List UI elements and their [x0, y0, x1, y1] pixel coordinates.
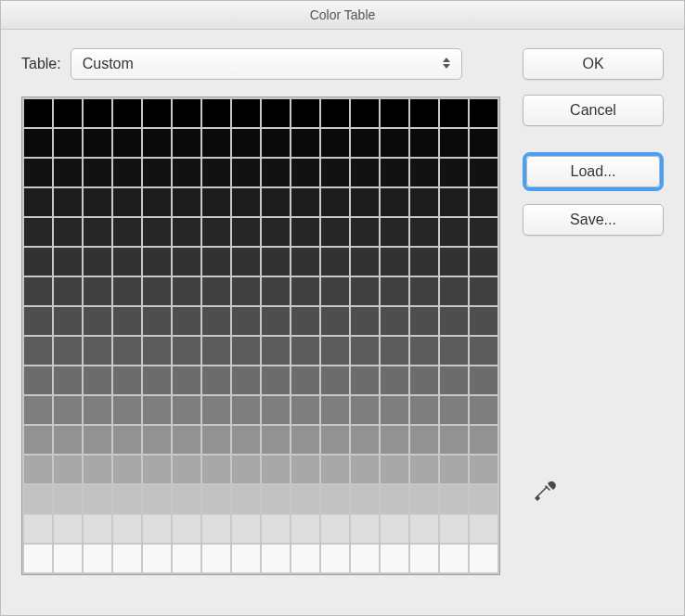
- color-swatch[interactable]: [470, 485, 498, 513]
- color-swatch[interactable]: [321, 485, 349, 513]
- color-swatch[interactable]: [173, 485, 200, 513]
- save-button[interactable]: Save...: [523, 204, 664, 236]
- color-swatch[interactable]: [202, 99, 230, 127]
- color-swatch[interactable]: [410, 426, 438, 454]
- color-swatch[interactable]: [410, 188, 438, 216]
- color-swatch[interactable]: [262, 218, 290, 246]
- color-swatch[interactable]: [54, 337, 82, 365]
- color-swatch[interactable]: [291, 129, 319, 157]
- color-swatch[interactable]: [202, 545, 230, 572]
- color-swatch[interactable]: [54, 99, 82, 127]
- color-swatch[interactable]: [54, 188, 82, 216]
- color-swatch[interactable]: [202, 426, 230, 454]
- color-swatch[interactable]: [54, 515, 82, 543]
- color-swatch[interactable]: [232, 456, 260, 483]
- color-swatch[interactable]: [173, 307, 200, 335]
- color-swatch[interactable]: [440, 277, 468, 305]
- color-swatch[interactable]: [202, 337, 230, 365]
- color-swatch[interactable]: [381, 277, 408, 305]
- color-swatch[interactable]: [381, 129, 408, 157]
- color-swatch[interactable]: [54, 396, 82, 424]
- color-swatch[interactable]: [291, 396, 319, 424]
- color-swatch[interactable]: [262, 545, 290, 572]
- color-swatch[interactable]: [321, 188, 349, 216]
- color-swatch[interactable]: [291, 515, 319, 543]
- color-swatch[interactable]: [113, 337, 141, 365]
- color-swatch[interactable]: [173, 99, 200, 127]
- color-swatch[interactable]: [113, 396, 141, 424]
- color-swatch[interactable]: [24, 129, 52, 157]
- color-swatch[interactable]: [410, 366, 438, 394]
- color-swatch[interactable]: [262, 159, 290, 186]
- color-swatch[interactable]: [351, 396, 379, 424]
- color-swatch[interactable]: [470, 159, 498, 186]
- color-swatch[interactable]: [381, 307, 408, 335]
- color-swatch[interactable]: [84, 515, 111, 543]
- color-swatch[interactable]: [24, 337, 52, 365]
- color-swatch[interactable]: [173, 456, 200, 483]
- color-swatch[interactable]: [84, 485, 111, 513]
- color-swatch[interactable]: [351, 159, 379, 186]
- color-swatch[interactable]: [262, 396, 290, 424]
- color-swatch[interactable]: [24, 366, 52, 394]
- color-swatch[interactable]: [410, 396, 438, 424]
- color-swatch[interactable]: [173, 337, 200, 365]
- color-swatch[interactable]: [232, 485, 260, 513]
- color-swatch[interactable]: [321, 426, 349, 454]
- color-swatch[interactable]: [470, 545, 498, 572]
- color-swatch[interactable]: [173, 188, 200, 216]
- color-swatch[interactable]: [113, 545, 141, 572]
- color-swatch[interactable]: [321, 396, 349, 424]
- color-swatch[interactable]: [381, 159, 408, 186]
- color-swatch[interactable]: [262, 456, 290, 483]
- color-swatch[interactable]: [113, 277, 141, 305]
- color-swatch[interactable]: [440, 99, 468, 127]
- color-swatch[interactable]: [351, 129, 379, 157]
- color-swatch[interactable]: [381, 456, 408, 483]
- color-swatch[interactable]: [113, 485, 141, 513]
- color-swatch[interactable]: [291, 456, 319, 483]
- color-swatch[interactable]: [351, 366, 379, 394]
- color-swatch[interactable]: [440, 337, 468, 365]
- color-swatch[interactable]: [143, 545, 171, 572]
- color-swatch[interactable]: [262, 277, 290, 305]
- color-swatch[interactable]: [321, 366, 349, 394]
- color-swatch[interactable]: [54, 426, 82, 454]
- color-swatch[interactable]: [84, 396, 111, 424]
- color-swatch[interactable]: [381, 426, 408, 454]
- color-swatch[interactable]: [143, 366, 171, 394]
- color-swatch[interactable]: [440, 426, 468, 454]
- color-swatch[interactable]: [113, 188, 141, 216]
- color-swatch[interactable]: [440, 159, 468, 186]
- color-swatch[interactable]: [113, 248, 141, 276]
- color-swatch[interactable]: [113, 426, 141, 454]
- color-swatch[interactable]: [410, 99, 438, 127]
- color-swatch[interactable]: [54, 248, 82, 276]
- color-swatch[interactable]: [351, 545, 379, 572]
- color-swatch[interactable]: [410, 515, 438, 543]
- color-swatch[interactable]: [470, 366, 498, 394]
- color-swatch[interactable]: [113, 218, 141, 246]
- color-swatch[interactable]: [232, 218, 260, 246]
- color-swatch[interactable]: [143, 218, 171, 246]
- color-swatch[interactable]: [321, 337, 349, 365]
- ok-button[interactable]: OK: [523, 48, 664, 80]
- color-swatch[interactable]: [351, 248, 379, 276]
- color-swatch[interactable]: [291, 248, 319, 276]
- color-swatch[interactable]: [24, 159, 52, 186]
- color-swatch[interactable]: [351, 337, 379, 365]
- eyedropper-icon[interactable]: [532, 474, 560, 502]
- color-swatch[interactable]: [381, 396, 408, 424]
- color-swatch[interactable]: [321, 218, 349, 246]
- color-swatch[interactable]: [470, 188, 498, 216]
- color-swatch[interactable]: [54, 129, 82, 157]
- color-swatch[interactable]: [84, 188, 111, 216]
- color-swatch[interactable]: [232, 248, 260, 276]
- color-swatch[interactable]: [173, 426, 200, 454]
- color-swatch[interactable]: [470, 248, 498, 276]
- color-swatch[interactable]: [291, 307, 319, 335]
- color-swatch[interactable]: [321, 248, 349, 276]
- color-swatch[interactable]: [262, 307, 290, 335]
- color-swatch[interactable]: [440, 545, 468, 572]
- color-swatch[interactable]: [84, 545, 111, 572]
